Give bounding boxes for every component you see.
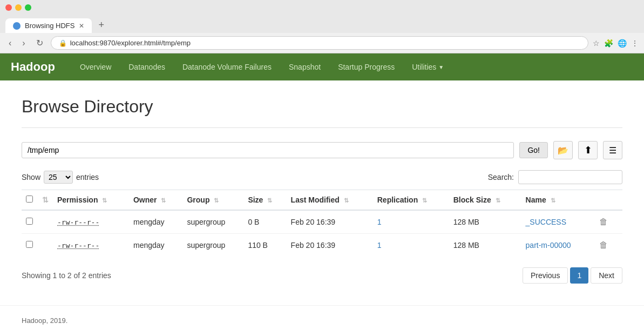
row-last-modified-0: Feb 20 16:39 [287, 210, 373, 234]
row-owner-0: mengday [129, 210, 182, 234]
window-maximize[interactable] [25, 4, 31, 11]
delete-button-0[interactable]: 🗑 [596, 216, 611, 228]
row-block-size-0: 128 MB [449, 210, 521, 234]
footer: Hadoop, 2019. [0, 305, 644, 330]
upload-icon: ⬆ [584, 144, 592, 156]
sort-name-icon[interactable]: ⇅ [551, 197, 555, 204]
replication-link-0[interactable]: 1 [377, 218, 382, 226]
entries-label: entries [76, 173, 99, 181]
address-text: localhost:9870/explorer.html#/tmp/emp [70, 39, 191, 47]
row-replication-0: 1 [373, 210, 449, 234]
address-bar: 🔒 localhost:9870/explorer.html#/tmp/emp [51, 36, 588, 50]
sort-replication-icon[interactable]: ⇅ [422, 197, 427, 204]
showing-text: Showing 1 to 2 of 2 entries [22, 271, 111, 280]
table-controls: Show 10 25 50 100 entries Search: [22, 170, 622, 184]
go-button[interactable]: Go! [519, 142, 548, 158]
previous-button[interactable]: Previous [523, 267, 568, 284]
row-permission-1: -rw-r--r-- [57, 241, 99, 250]
delete-button-1[interactable]: 🗑 [596, 239, 611, 251]
file-link-0[interactable]: _SUCCESS [526, 218, 566, 226]
row-replication-1: 1 [373, 234, 449, 257]
pagination: Previous 1 Next [523, 267, 622, 284]
path-row: Go! 📂 ⬆ ☰ [22, 141, 622, 159]
search-row: Search: [488, 170, 622, 184]
row-size-0: 0 B [243, 210, 286, 234]
nav-item-datanodes[interactable]: Datanodes [120, 55, 174, 79]
row-last-modified-1: Feb 20 16:39 [287, 234, 373, 257]
tab-favicon [13, 22, 21, 30]
row-permission-0: -rw-r--r-- [57, 218, 99, 226]
table-row: -rw-r--r-- mengday supergroup 0 B Feb 20… [22, 210, 622, 234]
col-block-size: Block Size ⇅ [449, 190, 521, 211]
upload-button[interactable]: ⬆ [578, 141, 598, 159]
new-tab-button[interactable]: + [94, 17, 109, 33]
tab-title: Browsing HDFS [25, 22, 74, 30]
main-content: Browse Directory Go! 📂 ⬆ ☰ Show 10 25 50… [0, 80, 644, 300]
row-name-0: _SUCCESS [521, 210, 592, 234]
nav-item-overview[interactable]: Overview [71, 55, 120, 79]
extensions-icon[interactable]: 🧩 [604, 39, 613, 48]
active-tab[interactable]: Browsing HDFS ✕ [5, 18, 92, 33]
row-block-size-1: 128 MB [449, 234, 521, 257]
path-input[interactable] [22, 142, 514, 158]
current-page: 1 [570, 267, 588, 284]
sort-icon-default: ⇅ [42, 196, 49, 204]
navbar-brand[interactable]: Hadoop [11, 53, 66, 80]
search-input[interactable] [518, 170, 622, 184]
list-view-button[interactable]: ☰ [603, 141, 622, 159]
col-group: Group ⇅ [182, 190, 243, 211]
tab-close-btn[interactable]: ✕ [79, 22, 84, 30]
nav-item-startup-progress[interactable]: Startup Progress [329, 55, 403, 79]
next-button[interactable]: Next [591, 267, 622, 284]
translate-icon[interactable]: 🌐 [618, 39, 627, 48]
sort-permission-icon[interactable]: ⇅ [102, 197, 107, 204]
menu-icon[interactable]: ⋮ [631, 39, 639, 48]
row-checkbox-0[interactable] [26, 218, 33, 225]
bookmark-icon[interactable]: ☆ [593, 39, 600, 48]
row-name-1: part-m-00000 [521, 234, 592, 257]
sort-owner-icon[interactable]: ⇅ [161, 197, 166, 204]
folder-open-icon: 📂 [558, 145, 568, 156]
secure-icon: 🔒 [59, 39, 67, 47]
replication-link-1[interactable]: 1 [377, 241, 382, 250]
entries-select[interactable]: 10 25 50 100 [44, 171, 73, 184]
sort-size-icon[interactable]: ⇅ [267, 197, 272, 204]
row-group-0: supergroup [182, 210, 243, 234]
title-divider [22, 127, 622, 128]
window-close[interactable] [5, 4, 12, 11]
pagination-row: Showing 1 to 2 of 2 entries Previous 1 N… [22, 267, 622, 284]
forward-button[interactable]: › [19, 37, 28, 49]
col-actions [592, 190, 622, 211]
file-link-1[interactable]: part-m-00000 [526, 241, 571, 250]
show-entries: Show 10 25 50 100 entries [22, 171, 99, 184]
nav-item-utilities[interactable]: Utilities ▼ [403, 55, 452, 79]
footer-text: Hadoop, 2019. [22, 316, 67, 325]
page-title: Browse Directory [22, 97, 622, 117]
search-label: Search: [488, 173, 514, 181]
main-navbar: Hadoop Overview Datanodes Datanode Volum… [0, 53, 644, 80]
file-table: ⇅ Permission ⇅ Owner ⇅ Group ⇅ Size ⇅ [22, 190, 622, 257]
open-folder-button[interactable]: 📂 [553, 141, 573, 159]
col-owner: Owner ⇅ [129, 190, 182, 211]
select-all-checkbox[interactable] [26, 196, 33, 203]
nav-item-datanode-volume-failures[interactable]: Datanode Volume Failures [174, 55, 280, 79]
reload-button[interactable]: ↻ [33, 37, 46, 49]
sort-block-size-icon[interactable]: ⇅ [496, 197, 500, 204]
list-icon: ☰ [609, 145, 616, 156]
col-permission: Permission ⇅ [53, 190, 129, 211]
nav-item-snapshot[interactable]: Snapshot [280, 55, 329, 79]
row-checkbox-1[interactable] [26, 241, 33, 248]
utilities-label: Utilities [412, 63, 436, 71]
window-minimize[interactable] [15, 4, 22, 11]
sort-group-icon[interactable]: ⇅ [214, 197, 219, 204]
col-name: Name ⇅ [521, 190, 592, 211]
sort-last-modified-icon[interactable]: ⇅ [344, 197, 349, 204]
back-button[interactable]: ‹ [5, 37, 15, 49]
table-row: -rw-r--r-- mengday supergroup 110 B Feb … [22, 234, 622, 257]
show-label: Show [22, 173, 40, 181]
utilities-chevron-icon: ▼ [438, 64, 444, 70]
col-size: Size ⇅ [243, 190, 286, 211]
row-size-1: 110 B [243, 234, 286, 257]
col-replication: Replication ⇅ [373, 190, 449, 211]
col-last-modified: Last Modified ⇅ [287, 190, 373, 211]
